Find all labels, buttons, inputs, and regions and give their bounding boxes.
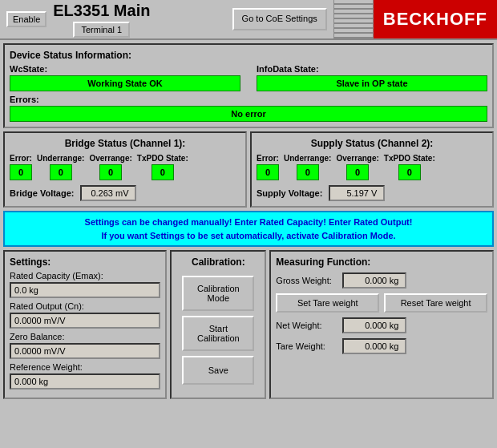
rated-capacity-field: Rated Capacity (Emax): xyxy=(10,271,160,298)
warning-line1: Settings can be changed manually! Enter … xyxy=(85,217,413,227)
bridge-overrange-value: 0 xyxy=(99,164,122,180)
settings-box: Settings: Rated Capacity (Emax): Rated O… xyxy=(3,250,167,399)
start-calibration-button[interactable]: Start Calibration xyxy=(182,316,254,351)
bridge-status-row: Error: 0 Underrange: 0 Overrange: 0 TxPD… xyxy=(10,154,240,180)
bridge-overrange-label: Overrange: xyxy=(89,154,131,163)
warning-line2: If you want Settings to be set automatic… xyxy=(101,231,395,240)
channels-row: Bridge Status (Channel 1): Error: 0 Unde… xyxy=(3,131,494,208)
header-center: Go to CoE Settings xyxy=(226,0,333,38)
calibration-title: Calibration: xyxy=(192,256,245,268)
gross-weight-row: Gross Weight: 0.000 kg xyxy=(276,272,487,289)
bridge-error-label: Error: xyxy=(10,154,32,163)
device-status-title: Device Status Information: xyxy=(10,50,487,61)
zero-balance-field: Zero Balance: xyxy=(10,332,160,359)
supply-voltage-value: 5.197 V xyxy=(329,185,385,201)
coe-settings-button[interactable]: Go to CoE Settings xyxy=(232,8,327,30)
header-logo: BECKHOFF xyxy=(374,0,497,38)
rated-output-label: Rated Output (Cn): xyxy=(10,301,160,311)
zero-balance-input[interactable] xyxy=(10,343,160,359)
bridge-txpdo-value: 0 xyxy=(152,164,174,180)
tare-weight-label: Tare Weight: xyxy=(276,341,336,351)
supply-txpdo-value: 0 xyxy=(398,164,421,180)
terminal-button[interactable]: Terminal 1 xyxy=(73,22,130,38)
device-status-section: Device Status Information: WcState: Work… xyxy=(3,43,494,128)
errors-label: Errors: xyxy=(10,95,487,104)
net-weight-value: 0.000 kg xyxy=(342,317,406,333)
logo-text: BECKHOFF xyxy=(383,9,487,30)
tare-weight-row: Tare Weight: 0.000 kg xyxy=(276,338,487,354)
bridge-overrange-item: Overrange: 0 xyxy=(89,154,131,180)
supply-txpdo-item: TxPDO State: 0 xyxy=(384,154,435,180)
wcstate-col: WcState: Working State OK xyxy=(10,64,240,91)
bridge-underrange-item: Underrange: 0 xyxy=(37,154,84,180)
reset-tare-button[interactable]: Reset Tare weight xyxy=(384,293,487,313)
bridge-voltage-value: 0.263 mV xyxy=(80,185,136,201)
bridge-txpdo-label: TxPDO State: xyxy=(137,154,188,163)
wcstate-value: Working State OK xyxy=(10,75,240,91)
bridge-txpdo-item: TxPDO State: 0 xyxy=(137,154,188,180)
bridge-voltage-label: Bridge Voltage: xyxy=(10,188,74,198)
reference-weight-input[interactable] xyxy=(10,373,160,389)
net-weight-row: Net Weight: 0.000 kg xyxy=(276,317,487,333)
supply-error-value: 0 xyxy=(257,164,279,180)
supply-error-item: Error: 0 xyxy=(257,154,279,180)
set-tare-button[interactable]: Set Tare weight xyxy=(276,293,379,313)
bottom-row: Settings: Rated Capacity (Emax): Rated O… xyxy=(3,250,494,399)
errors-row: Errors: No error xyxy=(10,95,487,122)
rated-capacity-input[interactable] xyxy=(10,282,160,298)
wcstate-label: WcState: xyxy=(10,64,240,74)
tare-weight-value: 0.000 kg xyxy=(342,338,406,354)
zero-balance-label: Zero Balance: xyxy=(10,332,160,341)
header: Enable EL3351 Main Terminal 1 Go to CoE … xyxy=(0,0,497,40)
rated-output-input[interactable] xyxy=(10,313,160,329)
bridge-underrange-label: Underrange: xyxy=(37,154,84,163)
errors-value: No error xyxy=(10,106,487,122)
infodata-value: Slave in OP state xyxy=(257,75,487,91)
supply-voltage-row: Supply Voltage: 5.197 V xyxy=(257,185,487,201)
tare-buttons-row: Set Tare weight Reset Tare weight xyxy=(276,293,487,313)
bridge-underrange-value: 0 xyxy=(50,164,72,180)
infodata-label: InfoData State: xyxy=(257,64,487,74)
save-calibration-button[interactable]: Save xyxy=(182,356,254,385)
supply-underrange-item: Underrange: 0 xyxy=(284,154,331,180)
bridge-title: Bridge Status (Channel 1): xyxy=(10,138,240,149)
measuring-title: Measuring Function: xyxy=(276,256,487,268)
supply-error-label: Error: xyxy=(257,154,279,163)
calibration-mode-button[interactable]: Calibration Mode xyxy=(182,276,254,311)
gross-weight-label: Gross Weight: xyxy=(276,276,336,285)
settings-title: Settings: xyxy=(10,256,160,268)
supply-underrange-value: 0 xyxy=(297,164,319,180)
main-title: EL3351 Main xyxy=(53,2,150,20)
header-stripe xyxy=(333,0,374,38)
reference-weight-field: Reference Weight: xyxy=(10,362,160,389)
bridge-error-value: 0 xyxy=(10,164,32,180)
rated-output-field: Rated Output (Cn): xyxy=(10,301,160,329)
rated-capacity-label: Rated Capacity (Emax): xyxy=(10,271,160,281)
enable-button[interactable]: Enable xyxy=(6,11,46,27)
net-weight-label: Net Weight: xyxy=(276,321,336,330)
bridge-voltage-row: Bridge Voltage: 0.263 mV xyxy=(10,185,240,201)
reference-weight-label: Reference Weight: xyxy=(10,362,160,372)
header-left: Enable EL3351 Main Terminal 1 xyxy=(0,0,226,38)
supply-underrange-label: Underrange: xyxy=(284,154,331,163)
calibration-box: Calibration: Calibration Mode Start Cali… xyxy=(170,250,266,399)
supply-overrange-item: Overrange: 0 xyxy=(336,154,378,180)
supply-status-box: Supply Status (Channel 2): Error: 0 Unde… xyxy=(250,131,494,208)
warning-banner: Settings can be changed manually! Enter … xyxy=(3,211,494,247)
measuring-box: Measuring Function: Gross Weight: 0.000 … xyxy=(269,250,494,399)
supply-txpdo-label: TxPDO State: xyxy=(384,154,435,163)
supply-title: Supply Status (Channel 2): xyxy=(257,138,487,149)
supply-overrange-label: Overrange: xyxy=(336,154,378,163)
supply-overrange-value: 0 xyxy=(346,164,369,180)
bridge-status-box: Bridge Status (Channel 1): Error: 0 Unde… xyxy=(3,131,247,208)
supply-voltage-label: Supply Voltage: xyxy=(257,188,322,198)
gross-weight-value: 0.000 kg xyxy=(342,272,406,289)
supply-status-row: Error: 0 Underrange: 0 Overrange: 0 TxPD… xyxy=(257,154,487,180)
bridge-error-item: Error: 0 xyxy=(10,154,32,180)
infodata-col: InfoData State: Slave in OP state xyxy=(257,64,487,91)
